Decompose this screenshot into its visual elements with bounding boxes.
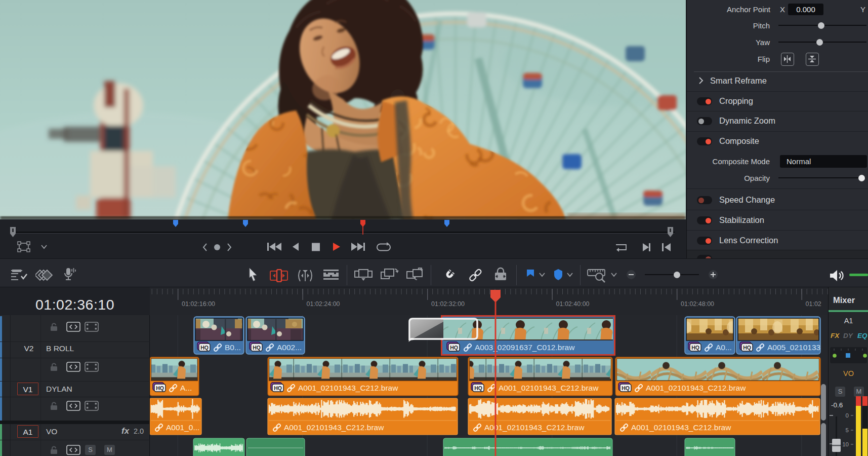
svg-text:A001_02101943_C212.braw: A001_02101943_C212.braw xyxy=(631,423,731,432)
svg-text:HQ: HQ xyxy=(474,385,482,391)
svg-text:A005_02101334_...: A005_02101334_... xyxy=(767,343,828,352)
svg-text:A001_02101943_C212.braw: A001_02101943_C212.braw xyxy=(484,423,585,432)
svg-text:HQ: HQ xyxy=(622,385,630,391)
svg-text:HQ: HQ xyxy=(450,345,458,351)
svg-text:01:02:40:00: 01:02:40:00 xyxy=(556,300,590,308)
svg-text:A001_02101943_C212.braw: A001_02101943_C212.braw xyxy=(499,384,599,392)
svg-text:B0...: B0... xyxy=(225,343,241,352)
svg-text:01:02: 01:02 xyxy=(806,300,821,308)
svg-text:01:02:24:00: 01:02:24:00 xyxy=(307,300,340,308)
svg-text:5: 5 xyxy=(846,427,849,433)
svg-text:HQ: HQ xyxy=(691,345,699,351)
svg-text:01:02:48:00: 01:02:48:00 xyxy=(681,300,714,308)
svg-text:A0...: A0... xyxy=(716,343,732,352)
svg-text:10: 10 xyxy=(842,441,849,447)
svg-text:0: 0 xyxy=(846,412,849,419)
svg-text:A001_02101943_C212.braw: A001_02101943_C212.braw xyxy=(298,384,398,392)
svg-text:HQ: HQ xyxy=(743,345,751,351)
svg-text:A003_02091637_C012.braw: A003_02091637_C012.braw xyxy=(475,343,575,352)
svg-text:HQ: HQ xyxy=(156,385,164,391)
svg-text:HQ: HQ xyxy=(253,345,261,351)
svg-text:01:02:32:00: 01:02:32:00 xyxy=(431,300,465,308)
svg-text:A001_02101943_C212.braw: A001_02101943_C212.braw xyxy=(646,384,746,392)
svg-text:HQ: HQ xyxy=(200,345,209,351)
svg-text:A001_0...: A001_0... xyxy=(166,423,199,432)
svg-text:A...: A... xyxy=(180,384,192,392)
svg-text:A002...: A002... xyxy=(277,343,302,352)
svg-text:A001_02101943_C212.braw: A001_02101943_C212.braw xyxy=(284,423,384,432)
svg-text:01:02:16:00: 01:02:16:00 xyxy=(182,300,215,308)
svg-text:HQ: HQ xyxy=(274,385,282,391)
